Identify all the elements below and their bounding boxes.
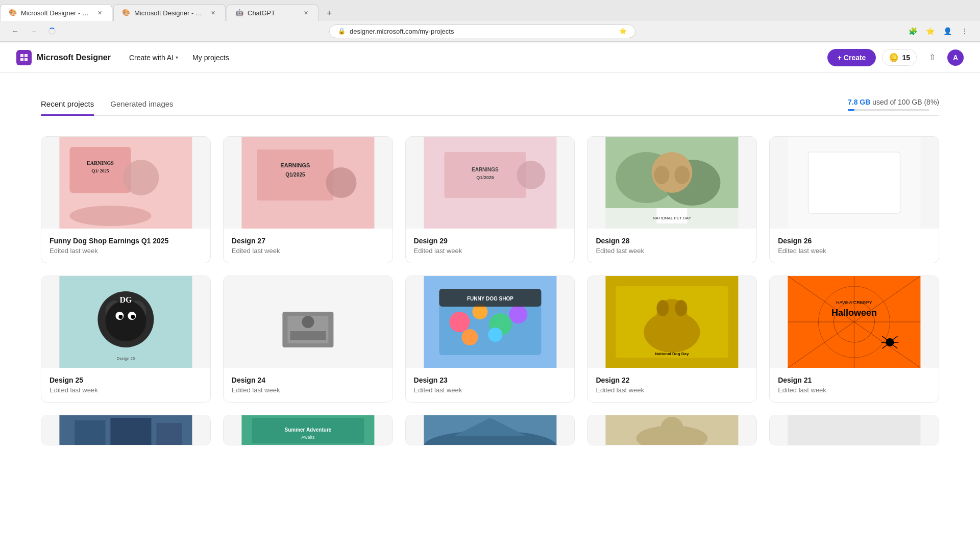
project-date-29: Edited last week — [414, 247, 567, 255]
svg-rect-27 — [808, 152, 900, 213]
coins-count: 15 — [902, 54, 910, 62]
storage-used: 7.8 GB — [848, 98, 870, 106]
svg-point-5 — [123, 160, 159, 195]
project-card-19[interactable]: Summer Adventure Awaits — [223, 415, 393, 445]
project-card-23[interactable]: FUNNY DOG SHOP Design 23 Edited last wee… — [405, 276, 575, 403]
project-thumbnail-26 — [770, 137, 939, 229]
svg-text:HAVE A CREEPY: HAVE A CREEPY — [836, 300, 872, 305]
profile-button[interactable]: 👤 — [940, 24, 954, 38]
project-card-22[interactable]: National Dog Day Design 22 Edited last w… — [587, 276, 757, 403]
project-date-25: Edited last week — [50, 386, 202, 394]
browser-tab-3[interactable]: 🤖 ChatGPT ✕ — [227, 4, 318, 21]
svg-point-23 — [675, 166, 690, 184]
thumb-dog2-svg — [587, 415, 756, 445]
thumb-blank-svg — [770, 137, 939, 229]
tab-close-1[interactable]: ✕ — [95, 9, 104, 17]
svg-text:EARNINGS: EARNINGS — [280, 162, 310, 168]
browser-tab-1[interactable]: 🎨 Microsoft Designer - Stunning ✕ — [0, 4, 112, 21]
tabs: Recent projects Generated images — [41, 93, 190, 115]
microsoft-designer-logo-icon — [16, 50, 32, 65]
project-name-27: Design 27 — [232, 237, 384, 245]
settings-button[interactable]: ⋮ — [958, 24, 972, 38]
forward-button[interactable]: → — [27, 24, 41, 38]
project-name-22: Design 22 — [596, 376, 748, 384]
project-thumbnail-20 — [41, 415, 210, 445]
project-card-26[interactable]: Design 26 Edited last week — [769, 136, 939, 263]
project-info-28: Design 28 Edited last week — [587, 229, 756, 263]
tab-title-1: Microsoft Designer - Stunning — [21, 9, 91, 17]
thumb-small-photo-svg — [224, 276, 393, 368]
svg-text:EARNINGS: EARNINGS — [87, 160, 114, 166]
project-card-20[interactable] — [41, 415, 211, 445]
svg-point-32 — [105, 300, 146, 341]
nav-my-projects[interactable]: My projects — [186, 49, 235, 66]
share-button[interactable]: ⇧ — [923, 48, 941, 67]
svg-point-35 — [118, 315, 122, 319]
svg-point-50 — [461, 329, 478, 345]
browser-tabs: 🎨 Microsoft Designer - Stunning ✕ 🎨 Micr… — [0, 0, 980, 21]
project-info-funny-dog: Funny Dog Shop Earnings Q1 2025 Edited l… — [41, 229, 210, 263]
project-thumbnail-24 — [224, 276, 393, 368]
extensions-button[interactable]: 🧩 — [905, 24, 920, 38]
project-card-25[interactable]: DG Design 25 Design 25 Edited last week — [41, 276, 211, 403]
svg-point-51 — [488, 328, 502, 342]
svg-text:Halloween: Halloween — [831, 308, 877, 318]
project-card-funny-dog[interactable]: EARNINGS Q1/ 2025 Funny Dog Shop Earning… — [41, 136, 211, 263]
project-thumbnail-27: EARNINGS Q1/2025 — [224, 137, 393, 229]
project-card-18[interactable] — [405, 415, 575, 445]
create-button[interactable]: + Create — [827, 49, 876, 66]
project-thumbnail-25: DG Design 25 — [41, 276, 210, 368]
project-thumbnail-17 — [587, 415, 756, 445]
svg-text:Summer Adventure: Summer Adventure — [284, 427, 331, 433]
project-card-17[interactable] — [587, 415, 757, 445]
tab-generated-images[interactable]: Generated images — [110, 93, 173, 116]
svg-point-6 — [69, 206, 151, 226]
project-card-29[interactable]: EARNINGS Q1/2025 Design 29 Edited last w… — [405, 136, 575, 263]
tab-close-3[interactable]: ✕ — [302, 9, 310, 17]
user-avatar[interactable]: A — [947, 49, 964, 66]
nav-create-with-ai[interactable]: Create with AI ▾ — [123, 49, 184, 66]
storage-bar — [848, 109, 929, 111]
browser-chrome: 🎨 Microsoft Designer - Stunning ✕ 🎨 Micr… — [0, 0, 980, 42]
svg-point-22 — [654, 166, 670, 184]
project-date-28: Edited last week — [596, 247, 748, 255]
project-card-16[interactable] — [769, 415, 939, 445]
project-thumbnail-funny-dog: EARNINGS Q1/ 2025 — [41, 137, 210, 229]
tab-recent-projects[interactable]: Recent projects — [41, 93, 94, 116]
reload-button[interactable] — [45, 24, 59, 38]
project-card-28[interactable]: NATIONAL PET DAY Design 28 Edited last w… — [587, 136, 757, 263]
project-thumbnail-19: Summer Adventure Awaits — [224, 415, 393, 445]
svg-text:FUNNY DOG SHOP: FUNNY DOG SHOP — [467, 296, 513, 302]
project-card-27[interactable]: EARNINGS Q1/2025 Design 27 Edited last w… — [223, 136, 393, 263]
new-tab-button[interactable]: + — [322, 6, 337, 21]
thumb-landscape-svg — [406, 415, 575, 445]
browser-tab-2[interactable]: 🎨 Microsoft Designer - Stunning ✕ — [113, 4, 226, 21]
project-info-25: Design 25 Edited last week — [41, 368, 210, 402]
storage-info: 7.8 GB used of 100 GB (8%) — [848, 98, 939, 111]
nav-links: Create with AI ▾ My projects — [123, 49, 827, 66]
tab-close-2[interactable]: ✕ — [209, 9, 217, 17]
favorites-button[interactable]: ⭐ — [923, 24, 937, 38]
back-button[interactable]: ← — [8, 24, 22, 38]
project-card-21[interactable]: HAVE A CREEPY Halloween Design 21 Edited… — [769, 276, 939, 403]
tab-favicon-3: 🤖 — [235, 9, 243, 17]
address-bar[interactable]: 🔒 designer.microsoft.com/my-projects ⭐ — [329, 24, 635, 38]
project-card-24[interactable]: Design 24 Edited last week — [223, 276, 393, 403]
projects-grid-row3: Summer Adventure Awaits — [41, 415, 939, 445]
projects-grid-row1: EARNINGS Q1/ 2025 Funny Dog Shop Earning… — [41, 136, 939, 263]
logo-area[interactable]: Microsoft Designer — [16, 50, 111, 65]
logo-text: Microsoft Designer — [37, 53, 111, 62]
project-info-27: Design 27 Edited last week — [224, 229, 393, 263]
svg-point-16 — [517, 161, 545, 189]
svg-point-90 — [661, 417, 683, 439]
svg-text:Q1/2025: Q1/2025 — [285, 172, 305, 178]
project-name-29: Design 29 — [414, 237, 567, 245]
svg-text:EARNINGS: EARNINGS — [472, 167, 499, 172]
svg-text:Q1/2025: Q1/2025 — [476, 175, 494, 180]
thumb-earnings2-svg: EARNINGS Q1/2025 — [224, 137, 393, 229]
main-content: Recent projects Generated images 7.8 GB … — [0, 73, 980, 478]
project-date-23: Edited last week — [414, 386, 567, 394]
coins-badge[interactable]: 🪙 15 — [882, 49, 917, 66]
project-date-27: Edited last week — [232, 247, 384, 255]
project-name-21: Design 21 — [778, 376, 930, 384]
